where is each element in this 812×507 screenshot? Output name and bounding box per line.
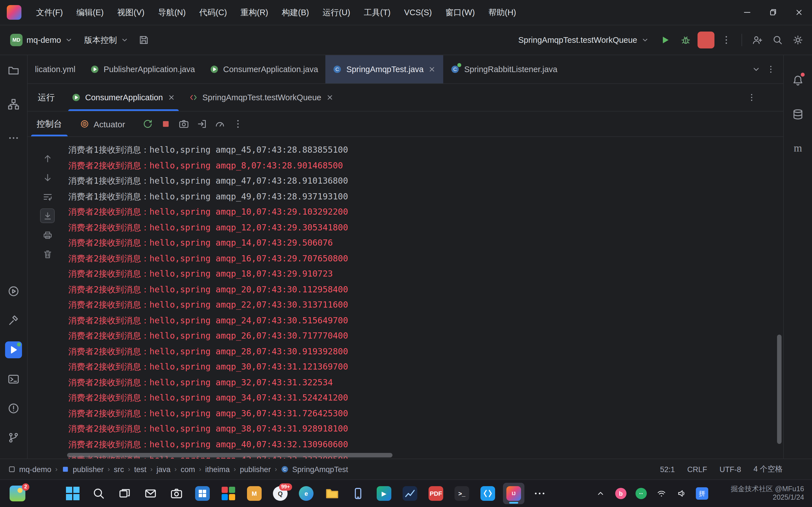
taskbar-start-button[interactable] [62,483,84,504]
taskbar-store-button[interactable] [192,483,213,504]
run-tab-2[interactable]: SpringAmqpTest.testWorkQueue [182,84,341,111]
editor-tab-1[interactable]: lication.yml [28,55,83,83]
breadcrumb-item-5[interactable]: java [156,465,170,473]
database-tool-button[interactable] [790,106,806,123]
run-tool-button[interactable] [5,283,22,300]
menu-item-4[interactable]: 导航(N) [151,0,192,25]
breadcrumb-item-8[interactable]: publisher [240,465,271,473]
console-output[interactable]: 消费者1接收到消息：hello,spring amqp_45,07:43:28.… [67,137,783,459]
code-with-me-button[interactable] [749,32,766,48]
menu-item-12[interactable]: 帮助(H) [481,0,523,25]
horizontal-scrollbar[interactable] [67,453,393,457]
taskbar-qq-button[interactable]: Q99+ [269,483,291,504]
window-restore-button[interactable] [760,0,786,25]
file-encoding[interactable]: UTF-8 [719,465,741,473]
close-tab-icon[interactable] [428,65,436,73]
project-widget[interactable]: MD mq-demo [6,31,78,49]
profiler-button[interactable] [212,116,228,132]
edit-mode-icon[interactable] [795,465,804,474]
menu-item-7[interactable]: 构建(B) [275,0,316,25]
taskbar-vscode-button[interactable] [477,483,499,504]
search-everywhere-button[interactable] [769,32,786,48]
window-close-button[interactable] [786,0,812,25]
menu-item-3[interactable]: 视图(V) [110,0,151,25]
editor-tab-5[interactable]: CSpringRabbitListener.java [443,55,565,83]
menu-item-2[interactable]: 编辑(E) [70,0,110,25]
screenshot-button[interactable] [176,116,192,132]
rerun-button[interactable] [140,116,156,132]
taskbar-search-button[interactable] [88,483,109,504]
window-minimize-button[interactable] [734,0,760,25]
vcs-widget[interactable]: 版本控制 [80,32,133,48]
tray-volume-button[interactable] [674,486,689,501]
taskbar-mail-button[interactable] [140,483,161,504]
toolbar-more-button[interactable] [718,32,735,48]
tray-wechat-button[interactable]: ·· [634,486,649,501]
taskbar-capcut-button[interactable]: ▶ [373,483,395,504]
editor-tab-3[interactable]: ConsumerApplication.java [202,55,325,83]
terminal-tool-button[interactable] [5,371,22,388]
breadcrumb-item-9[interactable]: CSpringAmqpTest [281,465,348,473]
console-stop-button[interactable] [158,116,174,132]
menu-item-8[interactable]: 运行(U) [316,0,357,25]
taskbar-chart-app-button[interactable] [399,483,421,504]
taskbar-edge-button[interactable]: e [296,483,317,504]
debug-button[interactable] [677,32,694,48]
chevron-down-icon[interactable] [752,65,761,74]
widgets-button[interactable]: 2 [7,483,28,504]
more-vertical-icon[interactable] [747,93,756,102]
editor-tab-2[interactable]: PublisherApplication.java [83,55,202,83]
indent-setting[interactable]: 4 个空格 [753,464,783,474]
menu-item-10[interactable]: VCS(S) [397,0,439,25]
taskbar-more-apps-button[interactable] [529,483,550,504]
breadcrumb-item-6[interactable]: com [181,465,195,473]
menu-item-5[interactable]: 代码(C) [193,0,234,25]
structure-tool-button[interactable] [5,96,22,113]
breadcrumb-item-7[interactable]: itheima [205,465,230,473]
menu-item-9[interactable]: 工具(T) [357,0,397,25]
breadcrumb-item-3[interactable]: src [114,465,124,473]
more-tool-windows-button[interactable] [5,129,22,147]
more-vertical-icon[interactable] [766,65,775,74]
close-tab-icon[interactable] [167,94,175,101]
soft-wrap-button[interactable] [41,190,54,203]
clear-console-button[interactable] [41,247,54,261]
settings-button[interactable] [790,32,806,48]
tray-network-button[interactable] [654,486,669,501]
run-button[interactable] [657,32,674,48]
taskbar-file-explorer-button[interactable] [321,483,343,504]
stop-button[interactable] [698,32,714,48]
vertical-scrollbar[interactable] [777,335,781,444]
breadcrumb-item-1[interactable]: mq-demo [8,465,51,473]
problems-tool-button[interactable] [5,400,22,417]
editor-tab-4[interactable]: CSpringAmqpTest.java [325,55,443,83]
tray-tray-expand-button[interactable] [593,486,608,501]
menu-item-11[interactable]: 窗口(W) [439,0,482,25]
console-more-button[interactable] [230,116,246,132]
console-tab-1[interactable]: 控制台 [28,112,71,136]
breadcrumb-item-4[interactable]: test [134,465,147,473]
taskbar-pdf-button[interactable]: PDF [425,483,447,504]
taskbar-terminal-app-button[interactable]: >_ [451,483,472,504]
caret-position[interactable]: 52:1 [660,465,675,473]
scroll-to-end-button[interactable] [41,209,54,223]
taskbar-intellij-idea-button[interactable]: IJ [503,483,524,504]
project-tool-button[interactable] [5,62,22,79]
save-all-button[interactable] [136,32,153,48]
menu-item-1[interactable]: 文件(F) [29,0,70,25]
export-button[interactable] [194,116,210,132]
build-tool-button[interactable] [5,312,22,329]
maven-tool-button[interactable]: m [790,140,806,157]
taskbar-devtools-grid-button[interactable] [218,483,239,504]
breadcrumb-item-2[interactable]: publisher [61,465,104,473]
taskbar-phone-link-button[interactable] [347,483,369,504]
tray-bilibili-button[interactable]: b [613,486,628,501]
console-tab-2[interactable]: Actuator [71,112,134,136]
taskbar-task-view-button[interactable] [114,483,135,504]
scroll-down-button[interactable] [41,171,54,184]
git-tool-button[interactable] [5,429,22,446]
tray-ime-button[interactable]: 拼 [695,486,709,501]
notifications-button[interactable] [790,72,806,89]
menu-item-6[interactable]: 重构(R) [234,0,275,25]
taskbar-word-m-button[interactable]: M [244,483,265,504]
